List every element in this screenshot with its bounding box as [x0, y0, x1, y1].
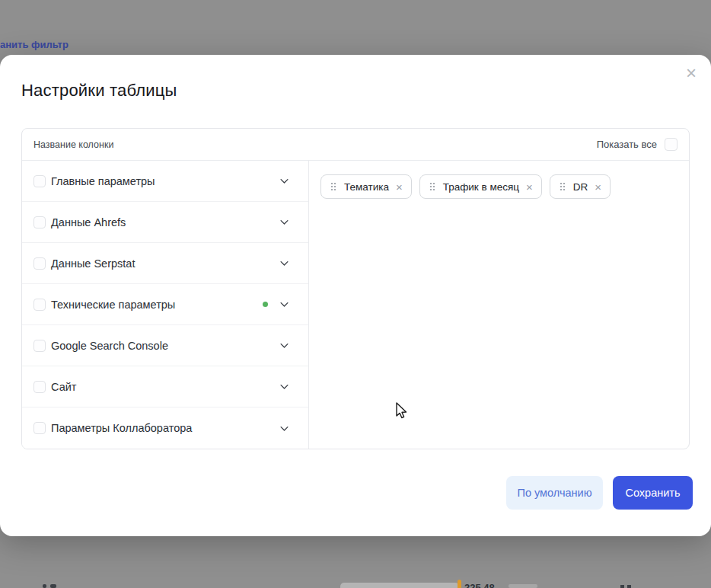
background-fragment — [43, 584, 46, 588]
modal-footer: По умолчанию Сохранить — [506, 476, 693, 510]
background-save-filter-link[interactable]: анить фильтр — [0, 39, 69, 50]
chevron-down-icon[interactable] — [279, 299, 290, 310]
background-fragment — [50, 584, 56, 588]
panel-header-title: Название колонки — [33, 139, 113, 150]
category-label: Сайт — [51, 381, 279, 393]
column-chip-traffic[interactable]: Трафик в месяц × — [419, 174, 542, 199]
category-checkbox[interactable] — [33, 299, 46, 311]
chip-label: DR — [573, 181, 588, 193]
category-label: Технические параметры — [51, 299, 263, 311]
show-all-label: Показать все — [597, 139, 657, 150]
show-all-checkbox[interactable] — [665, 138, 678, 151]
category-checkbox[interactable] — [33, 216, 46, 228]
category-row-ahrefs[interactable]: Данные Ahrefs — [22, 202, 308, 243]
chevron-down-icon[interactable] — [279, 423, 290, 434]
category-list: Главные параметры Данные Ahrefs — [22, 161, 309, 449]
panel-header: Название колонки Показать все — [22, 129, 689, 161]
modal-title: Настройки таблицы — [21, 81, 177, 101]
columns-panel: Название колонки Показать все Главные па… — [21, 128, 690, 449]
remove-chip-icon[interactable]: × — [595, 181, 601, 193]
category-row-serpstat[interactable]: Данные Serpstat — [22, 243, 308, 284]
category-row-technical-params[interactable]: Технические параметры — [22, 284, 308, 325]
category-checkbox[interactable] — [33, 175, 46, 187]
category-label: Главные параметры — [51, 175, 279, 187]
background-fragment — [627, 585, 631, 588]
category-checkbox[interactable] — [33, 257, 46, 270]
category-label: Параметры Коллабораторa — [51, 422, 279, 434]
show-all-control: Показать все — [597, 138, 678, 151]
chevron-down-icon[interactable] — [279, 216, 290, 228]
chip-label: Тематика — [344, 181, 389, 193]
screen: анить фильтр 225.48 × Настройки таблицы … — [0, 0, 711, 588]
green-status-dot — [263, 302, 268, 307]
remove-chip-icon[interactable]: × — [396, 181, 403, 193]
chevron-down-icon[interactable] — [279, 381, 290, 392]
column-chip-tematika[interactable]: Тематика × — [320, 174, 412, 199]
category-row-main-params[interactable]: Главные параметры — [22, 161, 308, 202]
category-label: Google Search Console — [51, 340, 279, 352]
category-label: Данные Serpstat — [51, 257, 279, 270]
save-button[interactable]: Сохранить — [613, 476, 693, 510]
category-row-google-search-console[interactable]: Google Search Console — [22, 325, 308, 366]
category-row-site[interactable]: Сайт — [22, 366, 308, 407]
category-row-collaborator-params[interactable]: Параметры Коллабораторa — [22, 407, 308, 449]
drag-handle-icon[interactable] — [330, 181, 337, 192]
drag-handle-icon[interactable] — [429, 181, 436, 192]
selected-columns-area: Тематика × Трафик в месяц × DR × — [309, 161, 689, 449]
column-chip-dr[interactable]: DR × — [550, 174, 611, 199]
default-settings-button[interactable]: По умолчанию — [506, 476, 603, 510]
drag-handle-icon[interactable] — [559, 181, 566, 192]
chevron-down-icon[interactable] — [279, 175, 290, 187]
background-fragment-block — [340, 583, 459, 588]
background-fragment — [620, 585, 624, 588]
table-settings-modal: × Настройки таблицы Название колонки Пок… — [0, 55, 711, 536]
chevron-down-icon[interactable] — [279, 340, 290, 351]
close-icon[interactable]: × — [681, 62, 702, 84]
background-fragment — [509, 584, 537, 588]
category-checkbox[interactable] — [33, 422, 46, 434]
flame-icon — [458, 580, 461, 588]
category-label: Данные Ahrefs — [51, 216, 279, 228]
remove-chip-icon[interactable]: × — [526, 181, 533, 193]
background-metric-value: 225.48 — [464, 582, 495, 588]
category-checkbox[interactable] — [33, 340, 46, 352]
chevron-down-icon[interactable] — [279, 257, 290, 269]
category-checkbox[interactable] — [33, 381, 46, 393]
chip-label: Трафик в месяц — [443, 181, 519, 193]
